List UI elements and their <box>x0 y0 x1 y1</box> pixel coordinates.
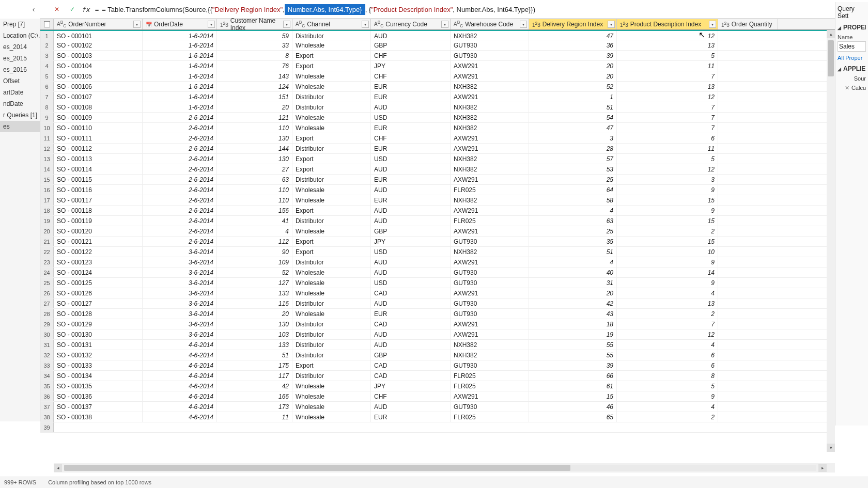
filter-dropdown-icon[interactable]: ▾ <box>133 21 141 28</box>
table-row[interactable]: 9SO - 0001092-6-2014121WholesaleUSDNXH38… <box>40 113 835 123</box>
query-item[interactable]: Prep [7] <box>0 19 40 30</box>
scroll-thumb[interactable] <box>828 40 834 76</box>
cell[interactable]: 2-6-2014 <box>143 216 217 226</box>
cell[interactable]: 3 <box>617 175 718 184</box>
cell[interactable]: 166 <box>217 391 292 401</box>
row-number[interactable]: 8 <box>40 102 54 112</box>
column-header-ordernumber[interactable]: ABCOrderNumber▾ <box>54 19 143 29</box>
column-header-customerindex[interactable]: 123Customer Name Index▾ <box>217 19 292 29</box>
cell[interactable]: 8 <box>617 371 718 381</box>
cell[interactable]: SO - 000107 <box>54 92 143 102</box>
row-number[interactable]: 36 <box>40 391 54 401</box>
scroll-up-icon[interactable]: ▴ <box>827 30 835 38</box>
cell[interactable]: 66 <box>529 371 617 381</box>
query-item[interactable]: es_2015 <box>0 53 40 64</box>
column-header-currency[interactable]: ABCCurrency Code▾ <box>371 19 451 29</box>
cell[interactable]: SO - 000124 <box>54 267 143 277</box>
cell[interactable]: 12 <box>617 92 718 102</box>
cell[interactable]: FLR025 <box>451 371 529 381</box>
cell[interactable]: 18 <box>529 319 617 329</box>
cell[interactable]: 9 <box>617 185 718 195</box>
table-menu-icon[interactable] <box>40 19 54 29</box>
cell[interactable]: 4-6-2014 <box>143 350 217 360</box>
cell[interactable]: NXH382 <box>451 31 529 40</box>
cell[interactable]: SO - 000108 <box>54 102 143 112</box>
cell[interactable]: 39 <box>529 51 617 60</box>
cell[interactable]: 6 <box>617 360 718 370</box>
cell[interactable]: 20 <box>529 71 617 81</box>
cell[interactable]: AUD <box>371 402 451 412</box>
cell[interactable]: USD <box>371 278 451 288</box>
cell[interactable]: 55 <box>529 340 617 350</box>
cell[interactable]: 2-6-2014 <box>143 206 217 215</box>
cell[interactable]: 133 <box>217 288 292 298</box>
table-row[interactable]: 39 <box>40 422 835 433</box>
cell[interactable]: NXH382 <box>451 195 529 205</box>
cell[interactable]: 52 <box>217 267 292 277</box>
cell[interactable]: SO - 000105 <box>54 71 143 81</box>
cell[interactable]: SO - 000129 <box>54 319 143 329</box>
cell[interactable]: AXW291 <box>451 257 529 267</box>
cell[interactable]: SO - 000133 <box>54 360 143 370</box>
table-row[interactable]: 26SO - 0001263-6-2014133WholesaleCADAXW2… <box>40 288 835 298</box>
cell[interactable]: 4 <box>617 288 718 298</box>
cell[interactable]: 54 <box>529 113 617 122</box>
cell[interactable]: NXH382 <box>451 102 529 112</box>
cell[interactable]: Distributor <box>292 350 371 360</box>
cell[interactable]: 7 <box>617 71 718 81</box>
row-number[interactable]: 32 <box>40 350 54 360</box>
table-row[interactable]: 36SO - 0001364-6-2014166WholesaleCHFAXW2… <box>40 391 835 402</box>
row-number[interactable]: 30 <box>40 329 54 339</box>
cell[interactable]: SO - 000106 <box>54 82 143 91</box>
table-row[interactable]: 11SO - 0001112-6-2014130ExportCHFAXW2913… <box>40 133 835 144</box>
cell[interactable]: JPY <box>371 237 451 246</box>
scroll-left-icon[interactable]: ◂ <box>54 464 62 472</box>
cell[interactable]: CAD <box>371 360 451 370</box>
applied-step[interactable]: Sour <box>838 75 866 82</box>
row-number[interactable]: 7 <box>40 92 54 102</box>
vertical-scrollbar[interactable]: ▴ ▾ <box>827 30 835 452</box>
row-number[interactable]: 15 <box>40 175 54 184</box>
cell[interactable]: 9 <box>617 206 718 215</box>
column-header-product-description[interactable]: 123Product Description Index▾ <box>617 19 718 29</box>
cell[interactable]: 64 <box>529 185 617 195</box>
cell[interactable]: AUD <box>371 267 451 277</box>
table-row[interactable]: 10SO - 0001102-6-2014110WholesaleEURNXH3… <box>40 123 835 133</box>
cell[interactable]: 2 <box>617 309 718 319</box>
cell[interactable]: 2-6-2014 <box>143 144 217 153</box>
cell[interactable]: 2 <box>617 412 718 422</box>
cell[interactable]: JPY <box>371 61 451 71</box>
cell[interactable]: 36 <box>529 40 617 50</box>
cell[interactable]: 20 <box>217 309 292 319</box>
cell[interactable]: Export <box>292 247 371 257</box>
cell[interactable]: AUD <box>371 340 451 350</box>
cell[interactable]: GBP <box>371 40 451 50</box>
cell[interactable]: Wholesale <box>292 278 371 288</box>
cell[interactable]: AXW291 <box>451 175 529 184</box>
filter-dropdown-icon[interactable]: ▾ <box>362 21 369 28</box>
cell[interactable]: 4-6-2014 <box>143 360 217 370</box>
table-row[interactable]: 25SO - 0001253-6-2014127WholesaleUSDGUT9… <box>40 278 835 288</box>
cell[interactable]: SO - 000135 <box>54 381 143 391</box>
cell[interactable]: 9 <box>617 257 718 267</box>
cell[interactable]: 53 <box>529 164 617 174</box>
cell[interactable]: SO - 000103 <box>54 51 143 60</box>
cell[interactable]: 63 <box>529 216 617 226</box>
table-row[interactable]: 30SO - 0001303-6-2014103DistributorAUDAX… <box>40 329 835 340</box>
cell[interactable]: Distributor <box>292 371 371 381</box>
cell[interactable]: SO - 000116 <box>54 185 143 195</box>
cell[interactable]: 4-6-2014 <box>143 402 217 412</box>
cell[interactable]: AUD <box>371 185 451 195</box>
cell[interactable]: 15 <box>617 237 718 246</box>
cell[interactable]: 43 <box>529 309 617 319</box>
cell[interactable]: 28 <box>529 144 617 153</box>
cell[interactable]: Wholesale <box>292 226 371 236</box>
cell[interactable]: 3-6-2014 <box>143 319 217 329</box>
cell[interactable]: GUT930 <box>451 51 529 60</box>
cell[interactable]: 5 <box>617 154 718 164</box>
table-row[interactable]: 27SO - 0001273-6-2014116DistributorAUDGU… <box>40 298 835 309</box>
scroll-down-icon[interactable]: ▾ <box>827 444 835 452</box>
cell[interactable]: GUT930 <box>451 267 529 277</box>
cell[interactable]: AXW291 <box>451 71 529 81</box>
table-row[interactable]: 29SO - 0001293-6-2014130DistributorCADAX… <box>40 319 835 329</box>
